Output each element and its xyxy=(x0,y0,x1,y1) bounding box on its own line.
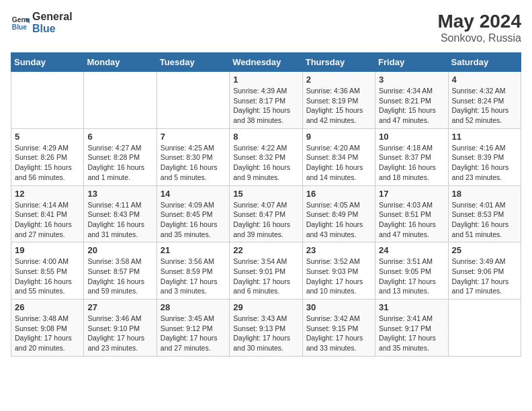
calendar-cell xyxy=(448,300,521,357)
day-info: Sunrise: 4:20 AM Sunset: 8:34 PM Dayligh… xyxy=(306,143,371,183)
day-number: 16 xyxy=(306,189,371,199)
calendar-table: SundayMondayTuesdayWednesdayThursdayFrid… xyxy=(11,52,521,357)
day-info: Sunrise: 4:01 AM Sunset: 8:53 PM Dayligh… xyxy=(452,200,517,240)
day-info: Sunrise: 3:52 AM Sunset: 9:03 PM Dayligh… xyxy=(306,257,371,296)
day-header-friday: Friday xyxy=(375,53,448,72)
calendar-cell: 17Sunrise: 4:03 AM Sunset: 8:51 PM Dayli… xyxy=(375,185,448,242)
page-header: General Blue General Blue May 2024 Sonko… xyxy=(11,11,521,44)
day-number: 28 xyxy=(161,302,226,312)
day-number: 27 xyxy=(87,302,152,312)
calendar-cell: 15Sunrise: 4:07 AM Sunset: 8:47 PM Dayli… xyxy=(230,185,302,242)
logo-text-blue: Blue xyxy=(32,23,73,35)
calendar-cell: 25Sunrise: 3:49 AM Sunset: 9:06 PM Dayli… xyxy=(448,242,521,300)
calendar-cell: 7Sunrise: 4:25 AM Sunset: 8:30 PM Daylig… xyxy=(157,128,229,185)
day-number: 24 xyxy=(379,245,444,255)
day-header-sunday: Sunday xyxy=(11,53,84,72)
day-info: Sunrise: 4:03 AM Sunset: 8:51 PM Dayligh… xyxy=(379,200,444,240)
calendar-week-row: 26Sunrise: 3:48 AM Sunset: 9:08 PM Dayli… xyxy=(11,300,521,357)
day-number: 1 xyxy=(233,75,298,85)
day-info: Sunrise: 3:45 AM Sunset: 9:12 PM Dayligh… xyxy=(161,314,226,353)
day-number: 2 xyxy=(306,75,371,85)
calendar-header-row: SundayMondayTuesdayWednesdayThursdayFrid… xyxy=(11,53,521,72)
day-number: 23 xyxy=(306,245,371,255)
calendar-cell: 1Sunrise: 4:39 AM Sunset: 8:17 PM Daylig… xyxy=(230,72,302,129)
day-number: 18 xyxy=(452,189,517,199)
day-number: 19 xyxy=(15,245,80,255)
calendar-cell: 12Sunrise: 4:14 AM Sunset: 8:41 PM Dayli… xyxy=(11,185,84,242)
day-number: 10 xyxy=(379,132,444,142)
day-info: Sunrise: 3:48 AM Sunset: 9:08 PM Dayligh… xyxy=(15,314,80,353)
calendar-cell: 5Sunrise: 4:29 AM Sunset: 8:26 PM Daylig… xyxy=(11,128,84,185)
calendar-cell: 16Sunrise: 4:05 AM Sunset: 8:49 PM Dayli… xyxy=(302,185,375,242)
day-info: Sunrise: 4:34 AM Sunset: 8:21 PM Dayligh… xyxy=(379,86,444,126)
day-info: Sunrise: 4:22 AM Sunset: 8:32 PM Dayligh… xyxy=(233,143,298,183)
day-number: 8 xyxy=(233,132,298,142)
calendar-cell: 21Sunrise: 3:56 AM Sunset: 8:59 PM Dayli… xyxy=(157,242,229,300)
calendar-cell: 19Sunrise: 4:00 AM Sunset: 8:55 PM Dayli… xyxy=(11,242,84,300)
day-info: Sunrise: 3:51 AM Sunset: 9:05 PM Dayligh… xyxy=(379,257,444,296)
calendar-cell: 3Sunrise: 4:34 AM Sunset: 8:21 PM Daylig… xyxy=(375,72,448,129)
day-number: 4 xyxy=(452,75,517,85)
day-info: Sunrise: 3:43 AM Sunset: 9:13 PM Dayligh… xyxy=(233,314,298,353)
day-number: 20 xyxy=(87,245,152,255)
day-info: Sunrise: 4:05 AM Sunset: 8:49 PM Dayligh… xyxy=(306,200,371,240)
day-number: 12 xyxy=(15,189,80,199)
calendar-cell xyxy=(11,72,84,129)
calendar-cell: 18Sunrise: 4:01 AM Sunset: 8:53 PM Dayli… xyxy=(448,185,521,242)
logo-icon: General Blue xyxy=(11,13,30,32)
calendar-cell xyxy=(84,72,157,129)
calendar-cell: 29Sunrise: 3:43 AM Sunset: 9:13 PM Dayli… xyxy=(230,300,302,357)
calendar-cell: 26Sunrise: 3:48 AM Sunset: 9:08 PM Dayli… xyxy=(11,300,84,357)
calendar-cell: 9Sunrise: 4:20 AM Sunset: 8:34 PM Daylig… xyxy=(302,128,375,185)
day-info: Sunrise: 3:54 AM Sunset: 9:01 PM Dayligh… xyxy=(233,257,298,296)
day-info: Sunrise: 4:39 AM Sunset: 8:17 PM Dayligh… xyxy=(233,86,298,126)
calendar-cell: 10Sunrise: 4:18 AM Sunset: 8:37 PM Dayli… xyxy=(375,128,448,185)
day-info: Sunrise: 4:14 AM Sunset: 8:41 PM Dayligh… xyxy=(15,200,80,240)
day-header-thursday: Thursday xyxy=(302,53,375,72)
logo-text-general: General xyxy=(32,11,73,23)
day-info: Sunrise: 3:58 AM Sunset: 8:57 PM Dayligh… xyxy=(87,257,152,296)
day-number: 21 xyxy=(161,245,226,255)
day-number: 17 xyxy=(379,189,444,199)
calendar-cell: 13Sunrise: 4:11 AM Sunset: 8:43 PM Dayli… xyxy=(84,185,157,242)
day-number: 11 xyxy=(452,132,517,142)
calendar-cell: 11Sunrise: 4:16 AM Sunset: 8:39 PM Dayli… xyxy=(448,128,521,185)
day-number: 29 xyxy=(233,302,298,312)
day-number: 30 xyxy=(306,302,371,312)
day-header-tuesday: Tuesday xyxy=(157,53,229,72)
logo: General Blue General Blue xyxy=(11,11,73,34)
day-header-wednesday: Wednesday xyxy=(230,53,302,72)
day-info: Sunrise: 3:42 AM Sunset: 9:15 PM Dayligh… xyxy=(306,314,371,353)
calendar-cell: 30Sunrise: 3:42 AM Sunset: 9:15 PM Dayli… xyxy=(302,300,375,357)
calendar-cell: 27Sunrise: 3:46 AM Sunset: 9:10 PM Dayli… xyxy=(84,300,157,357)
day-info: Sunrise: 4:32 AM Sunset: 8:24 PM Dayligh… xyxy=(452,86,517,126)
day-number: 13 xyxy=(87,189,152,199)
day-number: 31 xyxy=(379,302,444,312)
calendar-cell: 4Sunrise: 4:32 AM Sunset: 8:24 PM Daylig… xyxy=(448,72,521,129)
calendar-cell: 31Sunrise: 3:41 AM Sunset: 9:17 PM Dayli… xyxy=(375,300,448,357)
calendar-cell: 6Sunrise: 4:27 AM Sunset: 8:28 PM Daylig… xyxy=(84,128,157,185)
location-subtitle: Sonkovo, Russia xyxy=(437,32,521,44)
day-info: Sunrise: 3:46 AM Sunset: 9:10 PM Dayligh… xyxy=(87,314,152,353)
day-info: Sunrise: 4:27 AM Sunset: 8:28 PM Dayligh… xyxy=(87,143,152,183)
day-info: Sunrise: 4:00 AM Sunset: 8:55 PM Dayligh… xyxy=(15,257,80,296)
calendar-week-row: 5Sunrise: 4:29 AM Sunset: 8:26 PM Daylig… xyxy=(11,128,521,185)
svg-text:Blue: Blue xyxy=(12,24,28,31)
day-info: Sunrise: 4:11 AM Sunset: 8:43 PM Dayligh… xyxy=(87,200,152,240)
day-number: 6 xyxy=(87,132,152,142)
day-info: Sunrise: 4:07 AM Sunset: 8:47 PM Dayligh… xyxy=(233,200,298,240)
calendar-week-row: 12Sunrise: 4:14 AM Sunset: 8:41 PM Dayli… xyxy=(11,185,521,242)
day-info: Sunrise: 4:36 AM Sunset: 8:19 PM Dayligh… xyxy=(306,86,371,126)
day-number: 25 xyxy=(452,245,517,255)
calendar-cell: 20Sunrise: 3:58 AM Sunset: 8:57 PM Dayli… xyxy=(84,242,157,300)
day-number: 22 xyxy=(233,245,298,255)
calendar-cell: 28Sunrise: 3:45 AM Sunset: 9:12 PM Dayli… xyxy=(157,300,229,357)
day-number: 3 xyxy=(379,75,444,85)
day-number: 7 xyxy=(161,132,226,142)
day-number: 26 xyxy=(15,302,80,312)
day-info: Sunrise: 4:18 AM Sunset: 8:37 PM Dayligh… xyxy=(379,143,444,183)
day-header-monday: Monday xyxy=(84,53,157,72)
day-info: Sunrise: 3:56 AM Sunset: 8:59 PM Dayligh… xyxy=(161,257,226,296)
day-number: 14 xyxy=(161,189,226,199)
day-info: Sunrise: 3:49 AM Sunset: 9:06 PM Dayligh… xyxy=(452,257,517,296)
